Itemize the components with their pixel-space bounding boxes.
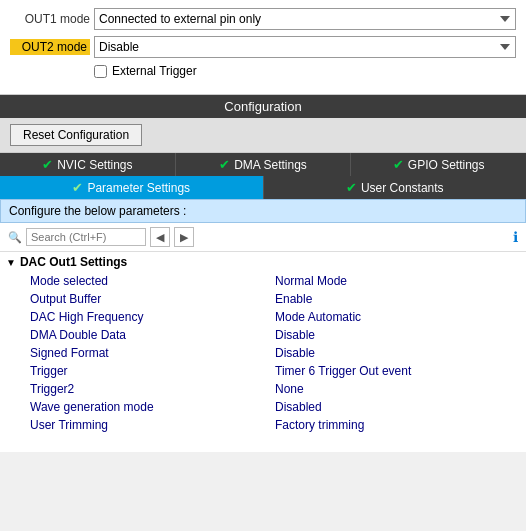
gpio-check-icon: ✔	[393, 157, 404, 172]
tab-nvic-label: NVIC Settings	[57, 158, 132, 172]
search-input[interactable]	[26, 228, 146, 246]
param-name: Mode selected	[30, 274, 275, 288]
nvic-check-icon: ✔	[42, 157, 53, 172]
tab-param-label: Parameter Settings	[87, 181, 190, 195]
param-name: Trigger2	[30, 382, 275, 396]
reset-config-button[interactable]: Reset Configuration	[10, 124, 142, 146]
param-value: Disable	[275, 328, 520, 342]
tab-user-constants[interactable]: ✔ User Constants	[264, 176, 527, 199]
param-value: Mode Automatic	[275, 310, 520, 324]
param-name: Wave generation mode	[30, 400, 275, 414]
param-name: DMA Double Data	[30, 328, 275, 342]
reset-btn-area: Reset Configuration	[0, 118, 526, 153]
tabs-row2: ✔ Parameter Settings ✔ User Constants	[0, 176, 526, 199]
tab-nvic[interactable]: ✔ NVIC Settings	[0, 153, 176, 176]
next-nav-button[interactable]: ▶	[174, 227, 194, 247]
config-section: Configuration Reset Configuration ✔ NVIC…	[0, 95, 526, 452]
dac-section-label: DAC Out1 Settings	[20, 255, 127, 269]
external-trigger-row: External Trigger	[94, 64, 516, 78]
param-row: Wave generation modeDisabled	[0, 398, 526, 416]
param-name: Output Buffer	[30, 292, 275, 306]
search-icon: 🔍	[8, 231, 22, 244]
param-row: TriggerTimer 6 Trigger Out event	[0, 362, 526, 380]
param-check-icon: ✔	[72, 180, 83, 195]
search-bar: 🔍 ◀ ▶ ℹ	[0, 223, 526, 252]
out2-select[interactable]: Disable	[94, 36, 516, 58]
tab-param-settings[interactable]: ✔ Parameter Settings	[0, 176, 264, 199]
param-row: DAC High FrequencyMode Automatic	[0, 308, 526, 326]
configure-text: Configure the below parameters :	[9, 204, 186, 218]
tab-dma[interactable]: ✔ DMA Settings	[176, 153, 352, 176]
config-header: Configuration	[0, 95, 526, 118]
param-name: User Trimming	[30, 418, 275, 432]
external-trigger-label: External Trigger	[112, 64, 197, 78]
prev-nav-button[interactable]: ◀	[150, 227, 170, 247]
tab-user-label: User Constants	[361, 181, 444, 195]
out1-label: OUT1 mode	[10, 12, 90, 26]
param-row: Output BufferEnable	[0, 290, 526, 308]
out2-mode-row: OUT2 mode Disable	[10, 36, 516, 58]
tab-gpio[interactable]: ✔ GPIO Settings	[351, 153, 526, 176]
collapse-arrow-icon: ▼	[6, 257, 16, 268]
external-trigger-checkbox[interactable]	[94, 65, 107, 78]
param-value: Disable	[275, 346, 520, 360]
info-button[interactable]: ℹ	[513, 229, 518, 245]
dma-check-icon: ✔	[219, 157, 230, 172]
param-name: Trigger	[30, 364, 275, 378]
param-rows: Mode selectedNormal ModeOutput BufferEna…	[0, 272, 526, 434]
param-name: DAC High Frequency	[30, 310, 275, 324]
out1-mode-row: OUT1 mode Connected to external pin only	[10, 8, 516, 30]
param-value: None	[275, 382, 520, 396]
param-value: Factory trimming	[275, 418, 520, 432]
params-content: ▼ DAC Out1 Settings Mode selectedNormal …	[0, 252, 526, 452]
param-row: DMA Double DataDisable	[0, 326, 526, 344]
param-row: Signed FormatDisable	[0, 344, 526, 362]
param-row: User TrimmingFactory trimming	[0, 416, 526, 434]
tab-dma-label: DMA Settings	[234, 158, 307, 172]
param-row: Mode selectedNormal Mode	[0, 272, 526, 290]
param-value: Normal Mode	[275, 274, 520, 288]
param-value: Disabled	[275, 400, 520, 414]
top-section: OUT1 mode Connected to external pin only…	[0, 0, 526, 95]
user-check-icon: ✔	[346, 180, 357, 195]
param-value: Timer 6 Trigger Out event	[275, 364, 520, 378]
dac-section-header[interactable]: ▼ DAC Out1 Settings	[0, 252, 526, 272]
param-value: Enable	[275, 292, 520, 306]
configure-bar: Configure the below parameters :	[0, 199, 526, 223]
tab-gpio-label: GPIO Settings	[408, 158, 485, 172]
param-name: Signed Format	[30, 346, 275, 360]
out2-label: OUT2 mode	[10, 39, 90, 55]
param-row: Trigger2None	[0, 380, 526, 398]
out1-select[interactable]: Connected to external pin only	[94, 8, 516, 30]
tabs-row1: ✔ NVIC Settings ✔ DMA Settings ✔ GPIO Se…	[0, 153, 526, 176]
